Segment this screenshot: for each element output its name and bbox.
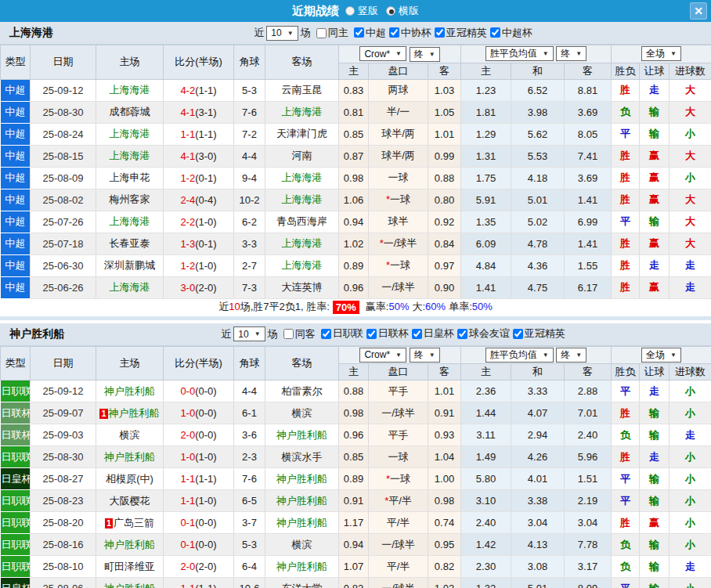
final-odds-select[interactable]: 终▼ [410, 348, 440, 363]
away-team-cell[interactable]: 天津津门虎 [265, 123, 339, 145]
away-team-cell[interactable]: 上海海港 [265, 233, 339, 254]
checkbox-icon[interactable] [490, 27, 500, 38]
away-team-cell[interactable]: 大连英博 [265, 276, 339, 298]
home-team-cell[interactable]: 神户胜利船 [96, 534, 164, 556]
home-team-cell[interactable]: 上海海港 [96, 79, 164, 101]
team-name[interactable]: 上海海港 [282, 259, 323, 271]
checkbox-icon[interactable] [389, 27, 399, 38]
team-name[interactable]: 上海海港 [110, 150, 150, 161]
league-filter-checkbox[interactable]: 亚冠精英 [431, 26, 487, 40]
team-name[interactable]: 相模原(中) [106, 473, 153, 485]
checkbox-icon[interactable] [366, 329, 377, 339]
away-team-cell[interactable]: 横滨 [265, 402, 339, 424]
checkbox-icon[interactable] [435, 27, 445, 38]
team-name[interactable]: 梅州客家 [110, 193, 150, 205]
team-name[interactable]: 深圳新鹏城 [104, 259, 155, 271]
team-name[interactable]: 成都蓉城 [110, 106, 150, 117]
team-name[interactable]: 上海海港 [110, 281, 150, 293]
away-team-cell[interactable]: 青岛西海岸 [265, 211, 339, 233]
team-name[interactable]: 云南玉昆 [282, 84, 323, 96]
team-name[interactable]: 神户胜利船 [276, 517, 327, 528]
team-name[interactable]: 大连英博 [282, 281, 323, 293]
home-team-cell[interactable]: 相模原(中) [96, 468, 164, 490]
team-name[interactable]: 横滨 [292, 539, 312, 550]
home-team-cell[interactable]: 大阪樱花 [96, 490, 164, 512]
checkbox-icon[interactable] [412, 329, 422, 339]
team-name[interactable]: 神户胜利船 [276, 561, 327, 572]
checkbox-icon[interactable] [321, 329, 331, 339]
team-name[interactable]: 神户胜利船 [276, 429, 327, 441]
away-team-cell[interactable]: 神户胜利船 [265, 424, 339, 446]
team-name[interactable]: 上海海港 [282, 106, 323, 117]
team-name[interactable]: 上海海港 [110, 215, 150, 227]
team-name[interactable]: 横滨 [120, 429, 140, 441]
away-team-cell[interactable]: 上海海港 [265, 254, 339, 276]
away-team-cell[interactable]: 上海海港 [265, 189, 339, 211]
team-name[interactable]: 神户胜利船 [276, 473, 327, 485]
away-team-cell[interactable]: 横滨水手 [265, 446, 339, 468]
checkbox-icon[interactable] [513, 329, 523, 339]
team-name[interactable]: 上海申花 [110, 171, 150, 183]
match-count-select[interactable]: 10 ▼ [266, 26, 298, 41]
team-name[interactable]: 神户胜利船 [104, 385, 155, 397]
away-team-cell[interactable]: 神户胜利船 [265, 512, 339, 534]
team-name[interactable]: 神户胜利船 [104, 539, 155, 550]
team-name[interactable]: 广岛三箭 [114, 517, 154, 528]
home-team-cell[interactable]: 上海海港 [96, 276, 164, 298]
away-team-cell[interactable]: 东洋大学 [265, 578, 339, 588]
home-team-cell[interactable]: 神户胜利船 [96, 446, 164, 468]
full-match-select[interactable]: 全场▼ [641, 46, 681, 61]
radio-icon[interactable] [386, 6, 395, 16]
home-team-cell[interactable]: 成都蓉城 [96, 101, 164, 123]
home-team-cell[interactable]: 1广岛三箭 [96, 512, 164, 534]
away-team-cell[interactable]: 河南 [265, 145, 339, 167]
team-name[interactable]: 长春亚泰 [110, 237, 150, 249]
away-team-cell[interactable]: 神户胜利船 [265, 468, 339, 490]
league-filter-checkbox[interactable]: 亚冠精英 [510, 326, 565, 341]
league-filter-checkbox[interactable]: 日皇杯 [409, 326, 454, 341]
checkbox-icon[interactable] [457, 329, 467, 339]
team-name[interactable]: 东洋大学 [282, 583, 323, 588]
team-name[interactable]: 大阪樱花 [110, 495, 150, 507]
radio-vertical-layout[interactable]: 竖版 [345, 4, 378, 18]
match-count-select[interactable]: 10 ▼ [233, 326, 265, 341]
league-filter-checkbox[interactable]: 中协杯 [386, 26, 431, 40]
home-team-cell[interactable]: 上海海港 [96, 145, 164, 167]
away-team-cell[interactable]: 柏雷素尔 [265, 381, 339, 402]
league-filter-checkbox[interactable]: 日职联 [318, 326, 363, 341]
avg-odds-select[interactable]: 胜平负均值▼ [485, 46, 554, 61]
same-venue-checkbox[interactable]: 同客 [280, 327, 316, 341]
same-venue-checkbox[interactable]: 同主 [313, 26, 348, 40]
team-name[interactable]: 河南 [292, 150, 312, 161]
away-team-cell[interactable]: 上海海港 [265, 167, 339, 189]
away-team-cell[interactable]: 横滨 [265, 534, 339, 556]
team-name[interactable]: 神户胜利船 [104, 451, 155, 463]
team-name[interactable]: 神户胜利船 [104, 583, 155, 588]
final-odds-select[interactable]: 终▼ [410, 47, 440, 62]
close-icon[interactable]: ✕ [690, 2, 707, 20]
checkbox-icon[interactable] [316, 28, 327, 38]
team-name[interactable]: 上海海港 [110, 128, 150, 139]
home-team-cell[interactable]: 长春亚泰 [96, 233, 164, 254]
team-name[interactable]: 横滨 [292, 407, 312, 419]
home-team-cell[interactable]: 梅州客家 [96, 189, 164, 211]
league-filter-checkbox[interactable]: 中超 [351, 26, 386, 40]
league-filter-checkbox[interactable]: 中超杯 [487, 26, 532, 40]
home-team-cell[interactable]: 上海申花 [96, 167, 164, 189]
final-avg-select[interactable]: 终▼ [556, 46, 586, 61]
team-name[interactable]: 神户胜利船 [109, 407, 160, 419]
radio-horizontal-layout[interactable]: 横版 [386, 4, 419, 18]
final-avg-select[interactable]: 终▼ [556, 348, 586, 363]
home-team-cell[interactable]: 1神户胜利船 [96, 402, 164, 424]
full-match-select[interactable]: 全场▼ [641, 348, 681, 363]
checkbox-icon[interactable] [283, 329, 294, 339]
home-team-cell[interactable]: 横滨 [96, 424, 164, 446]
team-name[interactable]: 町田泽维亚 [104, 561, 155, 572]
away-team-cell[interactable]: 上海海港 [265, 101, 339, 123]
home-team-cell[interactable]: 神户胜利船 [96, 381, 164, 402]
bookmaker-select[interactable]: Crow*▼ [359, 348, 406, 363]
radio-icon[interactable] [345, 6, 355, 16]
home-team-cell[interactable]: 深圳新鹏城 [96, 254, 164, 276]
home-team-cell[interactable]: 神户胜利船 [96, 578, 164, 588]
team-name[interactable]: 上海海港 [282, 237, 323, 249]
